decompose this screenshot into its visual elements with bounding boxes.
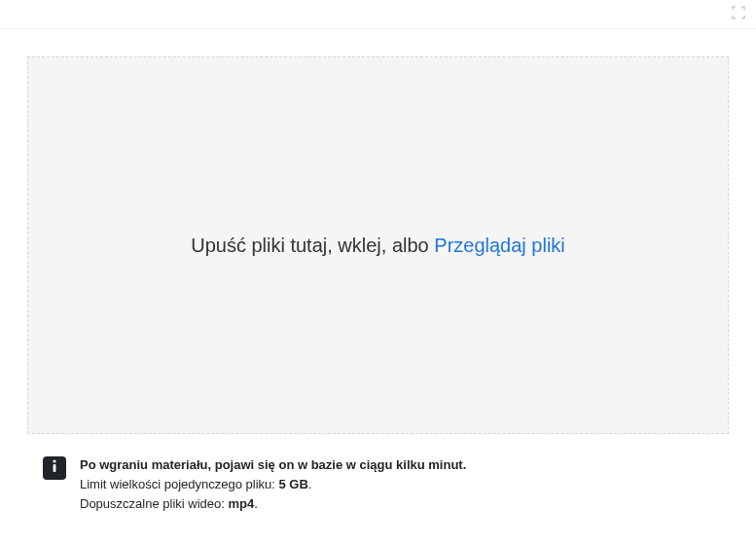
dropzone-prompt: Upuść pliki tutaj, wklej, albo Przegląda… [191,235,565,257]
info-line-3: Dopuszczalne pliki wideo: mp4. [80,494,466,514]
info-line-3-prefix: Dopuszczalne pliki wideo: [80,496,228,511]
upload-panel: Upuść pliki tutaj, wklej, albo Przegląda… [0,29,756,533]
info-line-2: Limit wielkości pojedynczego pliku: 5 GB… [80,475,466,494]
info-line-3-value: mp4 [228,496,254,511]
info-line-1: Po wgraniu materiału, pojawi się on w ba… [80,455,466,475]
info-line-2-suffix: . [308,477,312,491]
info-line-2-value: 5 GB [278,477,307,491]
expand-button[interactable] [731,7,746,22]
info-icon [52,459,57,477]
svg-point-0 [53,459,55,462]
svg-rect-1 [54,464,56,472]
header-bar [0,0,756,29]
dropzone-prompt-text: Upuść pliki tutaj, wklej, albo [191,235,434,256]
file-dropzone[interactable]: Upuść pliki tutaj, wklej, albo Przegląda… [27,56,729,434]
info-line-3-suffix: . [254,496,258,511]
info-line-2-prefix: Limit wielkości pojedynczego pliku: [80,477,278,491]
browse-files-link[interactable]: Przeglądaj pliki [434,235,565,256]
info-section: Po wgraniu materiału, pojawi się on w ba… [27,455,729,514]
expand-icon [732,6,745,23]
info-icon-box [43,456,66,480]
info-text: Po wgraniu materiału, pojawi się on w ba… [80,455,466,514]
